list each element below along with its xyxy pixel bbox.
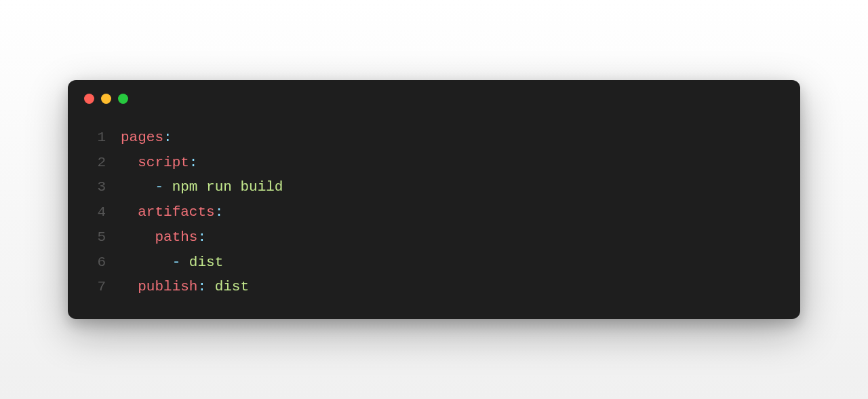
code-line: 6 - dist: [84, 250, 784, 276]
code-line: 7 publish: dist: [84, 275, 784, 300]
code-content: - dist: [121, 250, 223, 276]
line-number: 1: [84, 126, 106, 151]
line-number: 6: [84, 250, 106, 276]
code-content: publish: dist: [121, 275, 249, 300]
line-number: 2: [84, 151, 106, 176]
line-number: 3: [84, 175, 106, 200]
code-editor: 1 pages: 2 script: 3 - npm run build 4 a…: [68, 109, 800, 319]
code-line: 2 script:: [84, 151, 784, 176]
window-titlebar: [68, 80, 800, 109]
line-number: 5: [84, 225, 106, 250]
minimize-icon[interactable]: [101, 94, 111, 104]
line-number: 4: [84, 200, 106, 225]
code-content: - npm run build: [121, 175, 283, 200]
code-line: 3 - npm run build: [84, 175, 784, 200]
code-content: pages:: [121, 126, 172, 151]
code-window: 1 pages: 2 script: 3 - npm run build 4 a…: [68, 80, 800, 319]
maximize-icon[interactable]: [118, 94, 128, 104]
code-line: 4 artifacts:: [84, 200, 784, 225]
code-content: artifacts:: [121, 200, 223, 225]
code-line: 5 paths:: [84, 225, 784, 250]
code-line: 1 pages:: [84, 126, 784, 151]
code-content: paths:: [121, 225, 206, 250]
code-content: script:: [121, 151, 197, 176]
close-icon[interactable]: [84, 94, 94, 104]
line-number: 7: [84, 275, 106, 300]
